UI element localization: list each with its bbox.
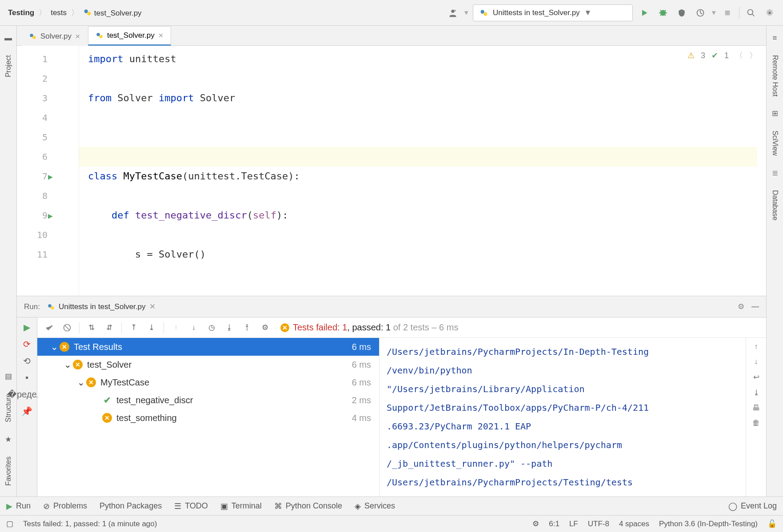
todo-tool-button[interactable]: ☰TODO (174, 501, 208, 511)
profile-button[interactable] (693, 6, 707, 20)
tab-label: Solver.py (40, 32, 72, 41)
toggle-auto-icon[interactable]: ⟲ (23, 356, 31, 366)
breadcrumb-folder[interactable]: tests (49, 8, 68, 18)
event-log-tool-button[interactable]: ◯Event Log (728, 501, 777, 511)
next-failed-icon[interactable]: ↓ (186, 320, 201, 335)
tree-node[interactable]: ⌄ ✕ test_Solver 6 ms (37, 356, 379, 373)
run-config-tab[interactable]: Unittests in test_Solver.py ✕ (47, 302, 156, 311)
collapse-all-icon[interactable]: ⤓ (144, 320, 159, 335)
svg-rect-6 (725, 10, 730, 15)
settings-icon[interactable] (763, 6, 777, 20)
show-passed-icon[interactable] (42, 320, 57, 335)
tree-node-root[interactable]: ⌄ ✕ Test Results 6 ms (37, 338, 379, 356)
run-gutter-icon[interactable]: ▶ (48, 211, 53, 220)
file-encoding[interactable]: UTF-8 (588, 520, 609, 528)
scroll-end-icon[interactable]: ⤓ (753, 388, 759, 397)
tab-test-solver[interactable]: test_Solver.py ✕ (88, 26, 171, 46)
next-highlight-icon[interactable]: 〉 (749, 50, 757, 61)
debug-button[interactable] (656, 6, 670, 20)
down-icon[interactable]: ↓ (754, 357, 758, 366)
chevron-down-icon[interactable]: ⌄ (76, 377, 86, 388)
close-icon[interactable]: ✕ (75, 33, 80, 40)
test-tree[interactable]: ⌄ ✕ Test Results 6 ms ⌄ ✕ test_Solver 6 … (37, 338, 380, 496)
ok-icon: ✔ (711, 51, 718, 60)
run-gutter-icon[interactable]: ▶ (48, 172, 53, 181)
toolwindow-quick-icon[interactable]: ▢ (6, 519, 13, 528)
stop-button[interactable] (720, 6, 735, 20)
softwrap-icon[interactable]: ↩ (753, 373, 759, 382)
breadcrumb-file[interactable]: test_Solver.py (81, 7, 144, 19)
print-icon[interactable]: 🖶 (752, 404, 760, 413)
tree-leaf[interactable]: ✔ test_negative_discr 2 ms (37, 391, 379, 409)
sciview-icon[interactable]: ⊞ (772, 109, 778, 118)
project-tool-button[interactable]: Project (4, 52, 12, 80)
coverage-button[interactable] (675, 6, 689, 20)
gear-icon[interactable]: ⚙ (738, 302, 744, 311)
search-icon[interactable] (744, 6, 758, 20)
run-config-selector[interactable]: Unittests in test_Solver.py ▼ (473, 4, 633, 21)
export-icon[interactable]: ⭱ (240, 320, 255, 335)
history-icon[interactable]: ◷ (204, 320, 219, 335)
rerun-failed-icon[interactable]: ⟳ (23, 339, 31, 349)
code-area[interactable]: import unittest from Solver import Solve… (79, 46, 766, 296)
chevron-right-icon: 〉 (71, 8, 79, 18)
breadcrumb-root[interactable]: Testing (6, 8, 36, 18)
structure-tool-button[interactable]: Structure (4, 391, 12, 425)
sort-az-icon[interactable]: ⇅ (84, 320, 99, 335)
favorites-icon[interactable]: ★ (5, 435, 12, 444)
database-tool-button[interactable]: Database (771, 187, 779, 223)
pin-icon[interactable]: 📌 (21, 406, 32, 417)
python-console-tool-button[interactable]: ⌘Python Console (274, 501, 342, 511)
test-console-output[interactable]: /Users/jetbrains/PycharmProjects/In-Dept… (380, 338, 746, 496)
run-button[interactable] (637, 6, 651, 20)
stop-icon[interactable]: ▪ (25, 373, 28, 383)
project-icon[interactable]: ▬ (4, 34, 12, 43)
import-icon[interactable]: ⭳ (222, 320, 237, 335)
background-tasks-icon[interactable]: ⚙ (532, 519, 539, 528)
run-tool-button[interactable]: ▶Run (6, 501, 31, 511)
tab-solver[interactable]: Solver.py ✕ (21, 26, 88, 46)
rerun-icon[interactable]: ▶ (24, 322, 30, 333)
lock-icon[interactable]: 🔓 (767, 519, 777, 528)
show-ignored-icon[interactable] (60, 320, 75, 335)
fail-icon: ✕ (60, 342, 69, 352)
terminal-tool-button[interactable]: ▣Terminal (220, 501, 262, 511)
services-tool-button[interactable]: ◈Services (355, 501, 395, 511)
svg-point-12 (99, 35, 103, 39)
indent-settings[interactable]: 4 spaces (619, 520, 649, 528)
close-icon[interactable]: ✕ (149, 302, 156, 311)
remote-host-tool-button[interactable]: Remote Host (771, 52, 779, 99)
code-editor[interactable]: 1 2 3 4 5 6 ▶7 8 ▶9 10 11 import unittes… (17, 46, 766, 296)
chevron-down-icon[interactable]: ⌄ (62, 359, 73, 370)
remote-host-icon[interactable]: ≡ (773, 34, 777, 43)
settings-icon[interactable]: ⚙ (257, 320, 272, 335)
python-packages-tool-button[interactable]: Python Packages (100, 501, 162, 511)
chevron-down-icon[interactable]: ⌄ (49, 341, 60, 352)
caret-position[interactable]: 6:1 (549, 520, 559, 528)
svg-point-1 (87, 12, 91, 15)
clear-icon[interactable]: 🗑 (752, 419, 760, 428)
structure-icon[interactable]: ▤ (5, 372, 12, 381)
python-interpreter[interactable]: Python 3.6 (In-Depth-Testing) (659, 520, 758, 528)
tree-leaf[interactable]: ✕ test_something 4 ms (37, 409, 379, 427)
tree-node[interactable]: ⌄ ✕ MyTestCase 6 ms (37, 373, 379, 391)
up-icon[interactable]: ↑ (754, 342, 758, 351)
problems-tool-button[interactable]: ⊘Problems (43, 501, 87, 511)
editor-gutter[interactable]: 1 2 3 4 5 6 ▶7 8 ▶9 10 11 (17, 46, 79, 296)
sort-duration-icon[interactable]: ⇵ (102, 320, 117, 335)
fail-icon: ✕ (102, 413, 112, 423)
svg-point-10 (32, 36, 36, 39)
prev-highlight-icon[interactable]: 〈 (735, 50, 743, 61)
expand-all-icon[interactable]: ⤒ (126, 320, 141, 335)
close-icon[interactable]: ✕ (158, 32, 164, 39)
sciview-tool-button[interactable]: SciView (771, 128, 779, 159)
favorites-tool-button[interactable]: Favorites (4, 454, 12, 488)
prev-failed-icon[interactable]: ↑ (168, 320, 184, 335)
add-config-icon[interactable] (446, 6, 460, 20)
minimize-icon[interactable]: — (751, 302, 759, 311)
line-endings[interactable]: LF (569, 520, 578, 528)
editor-tabs: Solver.py ✕ test_Solver.py ✕ (17, 26, 766, 46)
inspection-widget[interactable]: ⚠3 ✔1 〈 〉 (687, 50, 757, 61)
svg-point-0 (84, 9, 88, 13)
database-icon[interactable]: ≣ (772, 168, 778, 178)
